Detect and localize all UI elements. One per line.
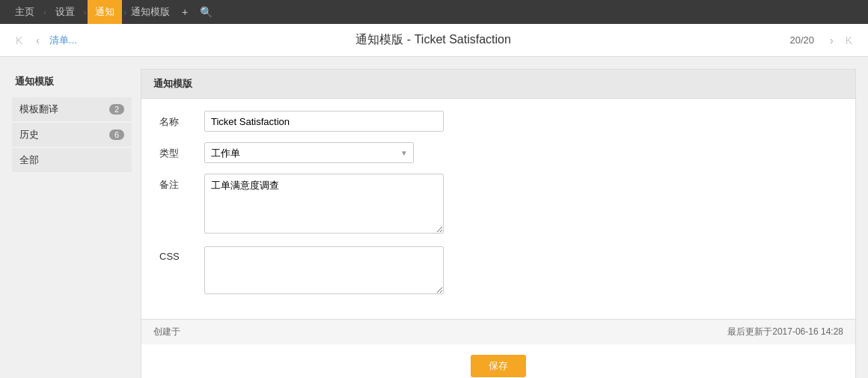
sidebar-title: 通知模版 xyxy=(12,69,132,94)
nav-notify-template[interactable]: 通知模版 xyxy=(128,5,173,19)
nav-next-button[interactable]: › xyxy=(826,33,837,48)
panel-footer: 创建于 最后更新于2017-06-16 14:28 xyxy=(141,319,855,344)
name-label: 名称 xyxy=(159,111,204,129)
save-button[interactable]: 保存 xyxy=(471,355,526,377)
type-label: 类型 xyxy=(159,142,204,160)
toolbar-left: K ‹ 清单... xyxy=(12,33,77,48)
sidebar-label-translation: 模板翻译 xyxy=(19,103,58,116)
main-area: 通知模版 模板翻译 2 历史 6 全部 通知模版 名称 类型 xyxy=(0,57,868,378)
sidebar-item-template-translation[interactable]: 模板翻译 2 xyxy=(12,97,132,121)
clear-list-link[interactable]: 清单... xyxy=(49,34,77,47)
name-input[interactable] xyxy=(204,111,444,132)
sidebar-badge-translation: 2 xyxy=(109,104,124,115)
nav-first-button[interactable]: K xyxy=(12,33,26,48)
toolbar: K ‹ 清单... 通知模版 - Ticket Satisfaction 20/… xyxy=(0,24,868,57)
save-area: 保存 xyxy=(141,344,855,378)
nav-sep-1: › xyxy=(43,7,46,16)
sidebar-badge-history: 6 xyxy=(109,129,124,140)
top-navigation: 主页 › 设置 › 通知 › 通知模版 + 🔍 xyxy=(0,0,868,24)
css-control xyxy=(204,246,444,296)
created-label: 创建于 xyxy=(153,326,180,338)
name-control xyxy=(204,111,444,132)
content-panel: 通知模版 名称 类型 工作单 用户 组织 xyxy=(141,69,856,378)
form-row-css: CSS xyxy=(159,246,837,296)
sidebar: 通知模版 模板翻译 2 历史 6 全部 xyxy=(12,69,132,378)
nav-last-button[interactable]: K xyxy=(842,33,856,48)
nav-home[interactable]: 主页 xyxy=(7,0,42,24)
nav-action-icons: + 🔍 xyxy=(179,4,216,19)
css-label: CSS xyxy=(159,246,204,262)
type-select-wrapper: 工作单 用户 组织 ▼ xyxy=(204,142,414,163)
nav-sep-3: › xyxy=(123,7,126,16)
toolbar-right: › K xyxy=(826,33,856,48)
sidebar-item-all[interactable]: 全部 xyxy=(12,148,132,172)
notes-control: 工单满意度调查 xyxy=(204,174,444,236)
notes-textarea[interactable]: 工单满意度调查 xyxy=(204,174,444,234)
nav-notify[interactable]: 通知 xyxy=(88,0,122,24)
form-row-notes: 备注 工单满意度调查 xyxy=(159,174,837,236)
sidebar-item-history[interactable]: 历史 6 xyxy=(12,123,132,147)
form-row-name: 名称 xyxy=(159,111,837,132)
nav-settings[interactable]: 设置 xyxy=(48,0,82,24)
type-control: 工作单 用户 组织 ▼ xyxy=(204,142,444,163)
type-select[interactable]: 工作单 用户 组织 xyxy=(204,142,414,163)
toolbar-title: 通知模版 - Ticket Satisfaction xyxy=(77,32,790,48)
sidebar-label-all: 全部 xyxy=(19,153,39,167)
notes-label: 备注 xyxy=(159,174,204,192)
search-icon[interactable]: 🔍 xyxy=(197,4,216,19)
css-textarea[interactable] xyxy=(204,246,444,294)
panel-header: 通知模版 xyxy=(141,70,855,99)
panel-body: 名称 类型 工作单 用户 组织 ▼ xyxy=(141,99,855,319)
nav-prev-button[interactable]: ‹ xyxy=(32,33,43,48)
pagination-indicator: 20/20 xyxy=(789,34,814,46)
form-row-type: 类型 工作单 用户 组织 ▼ xyxy=(159,142,837,163)
add-icon[interactable]: + xyxy=(179,4,191,19)
sidebar-label-history: 历史 xyxy=(19,128,39,141)
updated-label: 最后更新于2017-06-16 14:28 xyxy=(727,326,843,338)
nav-sep-2: › xyxy=(84,7,87,16)
